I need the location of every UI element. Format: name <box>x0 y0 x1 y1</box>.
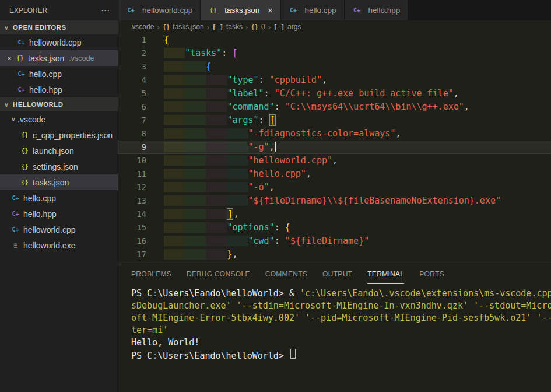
file-label: helloworld.cpp <box>29 38 82 47</box>
line-number: 10 <box>118 154 146 167</box>
hpp-file-icon: C+ <box>10 211 20 217</box>
open-editors-header[interactable]: ∨ OPEN EDITORS <box>0 20 118 34</box>
file-helloworld-cpp[interactable]: C+ helloworld.cpp <box>0 222 118 237</box>
file-launch-json[interactable]: {} launch.json <box>0 143 118 159</box>
breadcrumb: .vscode › {} tasks.json › [ ] tasks › {}… <box>118 20 551 33</box>
file-settings-json[interactable]: {} settings.json <box>0 159 118 174</box>
code-line: 8 "-fdiagnostics-color=always", <box>118 127 551 141</box>
open-editor-tasks-json[interactable]: × {} tasks.json .vscode <box>0 50 118 66</box>
file-hello-cpp[interactable]: C+ hello.cpp <box>0 190 118 206</box>
hpp-file-icon: C+ <box>16 86 26 93</box>
code-line: 17 }, <box>118 248 551 261</box>
tab-label: hello.cpp <box>305 6 336 15</box>
line-number: 2 <box>118 47 146 60</box>
open-editor-helloworld-cpp[interactable]: C+ helloworld.cpp <box>0 34 118 50</box>
code-line: 1{ <box>118 33 551 47</box>
line-number: 16 <box>118 235 146 248</box>
tab-tasks-json[interactable]: {} tasks.json × <box>201 0 280 20</box>
code-editor[interactable]: 1{2 "tasks": [3 {4 "type": "cppbuild",5 … <box>118 33 551 264</box>
code-line: 9 "-g", <box>118 141 551 154</box>
terminal-line: PS C:\Users\Eando\helloWorld> & 'c:\User… <box>131 288 551 300</box>
code-line: 7 "args": [ <box>118 114 551 127</box>
panel-tab-output[interactable]: OUTPUT <box>322 264 352 284</box>
line-number: 15 <box>118 221 146 235</box>
line-number: 7 <box>118 114 146 127</box>
json-file-icon: {} <box>20 132 30 138</box>
open-editors-label: OPEN EDITORS <box>13 24 66 31</box>
file-label: settings.json <box>33 162 78 172</box>
open-editor-hello-hpp[interactable]: C+ hello.hpp <box>0 82 118 97</box>
terminal[interactable]: PS C:\Users\Eando\helloWorld> & 'c:\User… <box>118 284 551 392</box>
code-line: 16 "cwd": "${fileDirname}" <box>118 235 551 248</box>
code-line: 3 { <box>118 60 551 74</box>
open-editor-hello-cpp[interactable]: C+ hello.cpp <box>0 66 118 82</box>
cpp-file-icon: C+ <box>10 226 20 233</box>
cpp-file-icon: C+ <box>16 71 26 77</box>
panel-tab-terminal[interactable]: TERMINAL <box>367 264 404 284</box>
json-file-icon: {} <box>20 163 30 170</box>
explorer-sidebar: EXPLORER ⋯ ∨ OPEN EDITORS C+ helloworld.… <box>0 0 118 392</box>
panel-tab-comments[interactable]: COMMENTS <box>265 264 307 284</box>
line-number: 1 <box>118 33 146 47</box>
workspace-header[interactable]: ∨ HELLOWORLD <box>0 97 118 111</box>
chevron-down-icon: ∨ <box>2 102 10 108</box>
file-c-cpp-properties-json[interactable]: {} c_cpp_properties.json <box>0 127 118 143</box>
code-line: 13 "${fileDirname}\\${fileBasenameNoExte… <box>118 194 551 208</box>
folder-label: .vscode <box>17 115 45 124</box>
line-number: 12 <box>118 181 146 194</box>
folder-vscode[interactable]: ∨ .vscode <box>0 111 118 127</box>
file-label: helloworld.exe <box>23 241 76 250</box>
line-number: 6 <box>118 100 146 114</box>
explorer-title: EXPLORER <box>9 6 47 15</box>
file-label: launch.json <box>33 146 74 156</box>
breadcrumb-item-tasks-json[interactable]: tasks.json <box>173 23 203 31</box>
editor-tabbar: C+ helloworld.cpp {} tasks.json × C+ hel… <box>118 0 551 20</box>
close-tab-icon[interactable]: × <box>268 6 272 15</box>
tab-helloworld-cpp[interactable]: C+ helloworld.cpp <box>118 0 201 20</box>
file-label: hello.hpp <box>29 85 62 94</box>
file-helloworld-exe[interactable]: ≡ helloworld.exe <box>0 237 118 253</box>
code-line: 6 "command": "C:\\msys64\\ucrt64\\bin\\g… <box>118 100 551 114</box>
bottom-panel: PROBLEMS DEBUG CONSOLE COMMENTS OUTPUT T… <box>118 264 551 392</box>
close-icon[interactable]: × <box>5 54 14 63</box>
json-file-icon: {} <box>20 179 30 186</box>
panel-tab-problems[interactable]: PROBLEMS <box>131 264 171 284</box>
file-tasks-json[interactable]: {} tasks.json <box>0 174 118 190</box>
tab-label: tasks.json <box>224 6 259 15</box>
file-label: tasks.json <box>33 178 69 187</box>
binary-file-icon: ≡ <box>10 242 20 250</box>
terminal-line: sDebugLauncher.exe' '--stdin=Microsoft-M… <box>131 300 551 312</box>
breadcrumb-separator: › <box>268 23 271 32</box>
panel-tab-debug-console[interactable]: DEBUG CONSOLE <box>187 264 250 284</box>
code-line: 15 "options": { <box>118 221 551 235</box>
breadcrumb-item-0[interactable]: 0 <box>261 23 265 31</box>
file-label: hello.cpp <box>23 194 56 203</box>
cpp-file-icon: C+ <box>126 7 136 13</box>
array-symbol-icon: [ ] <box>212 23 223 30</box>
vscode-window: EXPLORER ⋯ ∨ OPEN EDITORS C+ helloworld.… <box>0 0 551 392</box>
panel-tab-ports[interactable]: PORTS <box>419 264 444 284</box>
file-hello-hpp[interactable]: C+ hello.hpp <box>0 206 118 222</box>
line-number: 8 <box>118 127 146 141</box>
line-number: 17 <box>118 248 146 261</box>
tab-hello-hpp[interactable]: C+ hello.hpp <box>345 0 409 20</box>
line-number: 5 <box>118 87 146 100</box>
line-number: 11 <box>118 167 146 181</box>
breadcrumb-separator: › <box>245 23 248 32</box>
more-actions-icon[interactable]: ⋯ <box>101 5 110 16</box>
tab-hello-cpp[interactable]: C+ hello.cpp <box>281 0 345 20</box>
breadcrumb-item-args[interactable]: args <box>287 23 301 31</box>
file-label: helloworld.cpp <box>23 225 76 235</box>
terminal-line: PS C:\Users\Eando\helloWorld> <box>131 349 551 361</box>
line-number: 14 <box>118 208 146 221</box>
workspace-label: HELLOWORLD <box>13 101 63 108</box>
code-line: 10 "helloworld.cpp", <box>118 154 551 167</box>
object-symbol-icon: {} <box>251 23 258 30</box>
chevron-down-icon: ∨ <box>9 116 17 123</box>
cpp-file-icon: C+ <box>16 39 26 46</box>
code-line: 11 "hello.cpp", <box>118 167 551 181</box>
file-label: c_cpp_properties.json <box>33 131 113 140</box>
breadcrumb-item-vscode[interactable]: .vscode <box>130 23 154 31</box>
breadcrumb-item-tasks[interactable]: tasks <box>226 23 243 31</box>
tab-label: helloworld.cpp <box>142 6 192 15</box>
